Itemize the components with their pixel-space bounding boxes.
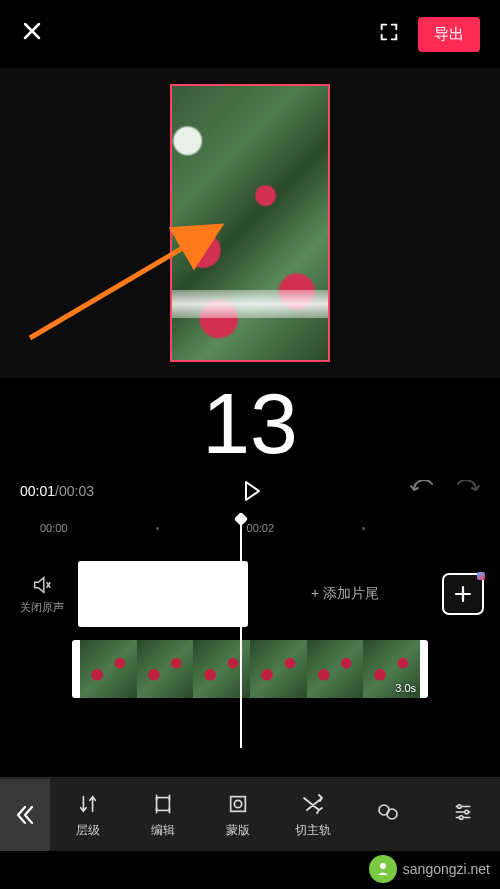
redo-button[interactable] bbox=[454, 480, 480, 502]
watermark-logo bbox=[369, 855, 397, 883]
undo-button[interactable] bbox=[410, 480, 436, 502]
tool-edit[interactable]: 编辑 bbox=[125, 791, 200, 839]
countdown-number: 13 bbox=[0, 380, 500, 466]
video-track[interactable]: 3.0s bbox=[72, 640, 428, 698]
watermark: sangongzi.net bbox=[369, 855, 490, 883]
clip-duration: 3.0s bbox=[395, 682, 416, 694]
text-overlay[interactable] bbox=[172, 290, 328, 318]
add-tail-button[interactable]: + 添加片尾 bbox=[258, 562, 432, 626]
play-button[interactable] bbox=[94, 480, 410, 502]
playhead[interactable] bbox=[240, 518, 242, 748]
export-button[interactable]: 导出 bbox=[418, 17, 480, 52]
text-clip[interactable] bbox=[78, 561, 248, 627]
tool-switch-track[interactable]: 切主轨 bbox=[275, 791, 350, 839]
fullscreen-icon[interactable] bbox=[378, 21, 400, 47]
svg-point-3 bbox=[234, 800, 241, 807]
tool-replace[interactable] bbox=[350, 799, 425, 830]
svg-rect-1 bbox=[156, 797, 169, 810]
svg-point-5 bbox=[387, 809, 397, 819]
tool-adjust[interactable] bbox=[425, 799, 500, 830]
add-clip-button[interactable] bbox=[442, 573, 484, 615]
svg-point-6 bbox=[457, 805, 461, 809]
svg-point-9 bbox=[380, 863, 386, 869]
svg-rect-2 bbox=[230, 796, 245, 811]
back-button[interactable] bbox=[0, 779, 50, 851]
svg-point-7 bbox=[464, 810, 468, 814]
bottom-toolbar: 层级 编辑 蒙版 切主轨 bbox=[0, 777, 500, 851]
tool-layer[interactable]: 层级 bbox=[50, 791, 125, 839]
mute-audio-button[interactable]: 关闭原声 bbox=[16, 574, 68, 615]
mute-label: 关闭原声 bbox=[20, 600, 64, 615]
video-preview[interactable] bbox=[170, 84, 330, 362]
svg-point-8 bbox=[459, 816, 463, 820]
time-ruler: 00:00 00:02 bbox=[0, 514, 500, 538]
tool-mask[interactable]: 蒙版 bbox=[200, 791, 275, 839]
timeline[interactable]: 关闭原声 + 添加片尾 3.0s bbox=[0, 538, 500, 738]
close-icon[interactable] bbox=[20, 18, 44, 50]
time-display: 00:01/00:03 bbox=[20, 483, 94, 499]
preview-area: 13 bbox=[0, 68, 500, 378]
watermark-text: sangongzi.net bbox=[403, 861, 490, 877]
